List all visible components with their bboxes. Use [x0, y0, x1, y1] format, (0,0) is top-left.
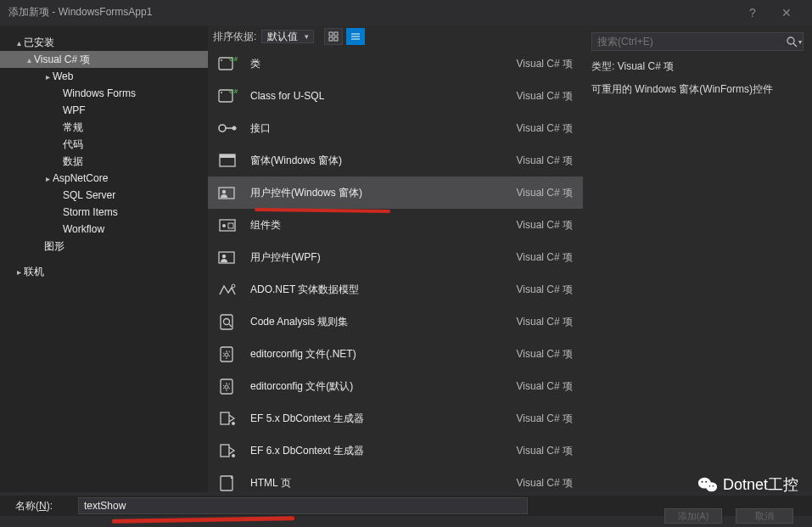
- tree-node[interactable]: ▸Web: [0, 68, 208, 85]
- tree-header-label: 已安装: [24, 36, 54, 50]
- svg-rect-35: [221, 445, 229, 457]
- tree-node[interactable]: ▸AspNetCore: [0, 170, 208, 187]
- tree-node[interactable]: Workflow: [0, 221, 208, 238]
- view-list-button[interactable]: [346, 28, 365, 45]
- sort-select[interactable]: 默认值: [261, 30, 314, 43]
- template-item[interactable]: EF 6.x DbContext 生成器Visual C# 项: [208, 434, 583, 467]
- template-item[interactable]: HTML 页Visual C# 项: [208, 467, 583, 492]
- tree-node-label: SQL Server: [63, 189, 115, 201]
- template-type: Visual C# 项: [517, 412, 576, 426]
- svg-point-21: [222, 224, 226, 227]
- tree-node[interactable]: ▴Visual C# 项: [0, 51, 208, 68]
- svg-rect-37: [221, 476, 232, 491]
- tree-node[interactable]: 数据: [0, 153, 208, 170]
- tree-header-installed[interactable]: ▴ 已安装: [0, 34, 208, 51]
- caret-none: [53, 156, 63, 166]
- ef-icon: [215, 406, 240, 430]
- template-item[interactable]: ADO.NET 实体数据模型Visual C# 项: [208, 273, 583, 306]
- template-item[interactable]: Code Analysis 规则集Visual C# 项: [208, 306, 583, 338]
- template-item[interactable]: 用户控件(WPF)Visual C# 项: [208, 241, 583, 273]
- window-icon: [215, 149, 240, 172]
- template-item[interactable]: editorconfig 文件(默认)Visual C# 项: [208, 370, 583, 402]
- config-icon: [215, 374, 240, 398]
- template-label: editorconfig 文件(默认): [250, 379, 507, 394]
- template-item[interactable]: 用户控件(Windows 窗体)Visual C# 项: [208, 177, 583, 209]
- template-label: EF 6.x DbContext 生成器: [250, 444, 507, 458]
- search-icon[interactable]: ▾: [787, 34, 802, 49]
- template-type: Visual C# 项: [517, 379, 576, 394]
- tree-node[interactable]: 图形: [0, 238, 208, 255]
- config-icon: [215, 342, 240, 366]
- template-type: Visual C# 项: [517, 315, 576, 329]
- detail-type: 类型: Visual C# 项: [591, 59, 804, 74]
- template-type: Visual C# 项: [517, 283, 576, 297]
- caret-down-icon: ▴: [14, 37, 24, 48]
- template-label: Class for U-SQL: [250, 90, 507, 102]
- detail-description: 可重用的 Windows 窗体(WinForms)控件: [591, 82, 804, 97]
- template-type: Visual C# 项: [517, 476, 576, 491]
- svg-rect-26: [221, 315, 232, 329]
- tree-node-label: 图形: [44, 239, 64, 254]
- tree-node-label: Workflow: [63, 223, 104, 235]
- component-icon: [215, 213, 240, 237]
- caret-right-icon: ▸: [42, 71, 53, 81]
- template-type: Visual C# 项: [517, 250, 576, 265]
- caret-none: [53, 88, 63, 98]
- template-label: ADO.NET 实体数据模型: [250, 283, 507, 297]
- svg-line-28: [229, 324, 232, 327]
- templates-toolbar: 排序依据: 默认值 ▾: [208, 25, 583, 48]
- template-item[interactable]: C#类Visual C# 项: [208, 48, 583, 80]
- template-label: 类: [250, 57, 507, 71]
- template-item[interactable]: EF 5.x DbContext 生成器Visual C# 项: [208, 402, 583, 434]
- template-label: 接口: [250, 121, 507, 136]
- tree-node[interactable]: Windows Forms: [0, 85, 208, 102]
- name-input[interactable]: [78, 497, 528, 514]
- details-panel: ▾ 类型: Visual C# 项 可重用的 Windows 窗体(WinFor…: [583, 25, 812, 492]
- template-label: Code Analysis 规则集: [250, 315, 507, 329]
- template-label: 组件类: [250, 218, 507, 233]
- template-item[interactable]: 组件类Visual C# 项: [208, 209, 583, 241]
- tree-node-label: Web: [53, 70, 73, 82]
- svg-text:C#: C#: [229, 55, 238, 63]
- svg-rect-20: [220, 220, 235, 231]
- cancel-button[interactable]: 取消: [736, 508, 793, 524]
- template-type: Visual C# 项: [517, 154, 576, 168]
- sort-label: 排序依据:: [213, 30, 256, 44]
- usercontrol-icon: [215, 181, 240, 205]
- svg-point-15: [232, 126, 237, 131]
- tree-node[interactable]: SQL Server: [0, 187, 208, 204]
- template-type: Visual C# 项: [517, 186, 576, 200]
- template-type: Visual C# 项: [517, 218, 576, 233]
- tree-header-online[interactable]: ▸ 联机: [0, 263, 208, 280]
- svg-rect-33: [221, 412, 229, 424]
- search-input[interactable]: [591, 32, 804, 51]
- template-type: Visual C# 项: [517, 57, 576, 71]
- caret-none: [34, 241, 44, 251]
- template-type: Visual C# 项: [517, 347, 576, 362]
- tree-node-label: Visual C# 项: [34, 53, 90, 67]
- tree-node-label: Windows Forms: [63, 87, 136, 99]
- svg-point-25: [232, 284, 235, 288]
- tree-node[interactable]: 常规: [0, 119, 208, 136]
- help-button[interactable]: ?: [736, 3, 770, 22]
- templates-list[interactable]: C#类Visual C# 项C#Class for U-SQLVisual C#…: [208, 48, 583, 492]
- tree-node[interactable]: WPF: [0, 102, 208, 119]
- close-button[interactable]: ✕: [770, 3, 804, 22]
- template-type: Visual C# 项: [517, 121, 576, 136]
- template-item[interactable]: editorconfig 文件(.NET)Visual C# 项: [208, 338, 583, 370]
- svg-rect-1: [334, 32, 338, 36]
- svg-point-9: [221, 59, 222, 61]
- ef-icon: [215, 439, 240, 463]
- tree-node-label: Storm Items: [63, 206, 118, 218]
- interface-icon: [215, 116, 240, 140]
- template-type: Visual C# 项: [517, 89, 576, 104]
- template-item[interactable]: 接口Visual C# 项: [208, 112, 583, 144]
- caret-none: [53, 190, 63, 200]
- tree-node[interactable]: Storm Items: [0, 204, 208, 221]
- tree-node[interactable]: 代码: [0, 136, 208, 153]
- view-grid-button[interactable]: [324, 28, 343, 45]
- svg-point-12: [221, 92, 222, 93]
- template-item[interactable]: 窗体(Windows 窗体)Visual C# 项: [208, 144, 583, 177]
- template-item[interactable]: C#Class for U-SQLVisual C# 项: [208, 80, 583, 112]
- add-button[interactable]: 添加(A): [664, 508, 722, 524]
